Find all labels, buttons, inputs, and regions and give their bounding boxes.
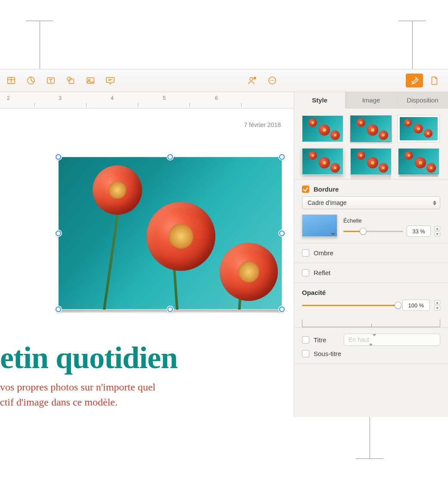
annotation-line-right (412, 21, 413, 71)
resize-handle-s[interactable] (168, 307, 173, 312)
image-content (58, 157, 282, 310)
resize-handle-se[interactable] (279, 307, 285, 312)
ruler-mark: 2 (7, 95, 10, 101)
reflection-section: Reflet (294, 263, 448, 283)
insert-comment-button[interactable] (102, 74, 119, 87)
document-headline[interactable]: etin quotidien (0, 340, 177, 376)
ruler: 2 3 4 5 6 (0, 92, 294, 108)
svg-point-15 (272, 80, 273, 81)
subtitle-label: Sous-titre (314, 350, 341, 357)
style-preset-none[interactable] (302, 115, 343, 142)
format-sidebar: Style Image Disposition (294, 92, 448, 417)
ruler-mark: 4 (111, 95, 114, 101)
document-canvas[interactable]: 7 février 2018 etin quotidien vos propre… (0, 108, 294, 417)
tab-layout[interactable]: Disposition (397, 92, 448, 108)
inspector-tabs: Style Image Disposition (294, 92, 448, 108)
chevron-updown-icon (369, 336, 376, 343)
document-date: 7 février 2018 (244, 121, 281, 128)
format-inspector-button[interactable] (406, 74, 423, 87)
collaborate-button[interactable] (244, 74, 261, 87)
opacity-section: Opacité 100 % (294, 283, 448, 317)
resize-handle-w[interactable] (56, 230, 61, 236)
insert-table-button[interactable] (3, 74, 20, 87)
shadow-checkbox[interactable] (302, 249, 309, 257)
style-preset-curl[interactable] (398, 148, 439, 175)
insert-chart-button[interactable] (22, 74, 40, 87)
shadow-section: Ombre (294, 243, 448, 263)
tab-style[interactable]: Style (294, 92, 345, 108)
resize-handle-n[interactable] (168, 154, 173, 160)
scale-slider[interactable] (343, 227, 403, 235)
style-preset-thin-border[interactable] (350, 115, 392, 142)
opacity-slider[interactable] (302, 301, 398, 310)
reflection-checkbox[interactable] (302, 269, 309, 276)
subtitle-checkbox[interactable] (302, 350, 309, 357)
opacity-stepper[interactable] (434, 300, 440, 310)
ruler-mark: 3 (59, 95, 62, 101)
svg-point-14 (270, 80, 271, 81)
image-style-presets (294, 108, 448, 180)
style-preset-reflection[interactable] (350, 148, 392, 175)
border-checkbox[interactable] (302, 186, 309, 193)
chevron-down-icon (331, 233, 335, 235)
svg-rect-5 (69, 79, 74, 84)
selected-image[interactable] (58, 157, 282, 310)
insert-media-button[interactable] (82, 74, 99, 87)
scale-stepper[interactable] (434, 226, 440, 236)
svg-point-16 (274, 80, 274, 81)
title-checkbox[interactable] (302, 336, 309, 344)
svg-point-11 (250, 77, 253, 81)
resize-handle-e[interactable] (279, 230, 285, 236)
resize-handle-sw[interactable] (56, 307, 61, 312)
document-inspector-button[interactable] (426, 74, 443, 87)
opacity-value-field[interactable]: 100 % (402, 300, 430, 311)
border-frame-preview[interactable] (302, 214, 337, 237)
scale-label: Échelle (343, 217, 440, 224)
style-preset-white-border[interactable] (398, 115, 439, 142)
toolbar (0, 69, 448, 92)
tab-image[interactable]: Image (345, 92, 397, 108)
ruler-mark: 5 (163, 95, 166, 101)
reflection-label: Reflet (314, 269, 330, 276)
opacity-label: Opacité (302, 289, 440, 296)
caption-section: Titre En haut Sous-titre (294, 327, 448, 364)
annotation-bracket (302, 319, 440, 327)
ruler-mark: 6 (215, 95, 218, 101)
insert-text-button[interactable] (42, 74, 59, 87)
chevron-updown-icon (432, 199, 437, 206)
scale-value-field[interactable]: 33 % (407, 226, 431, 237)
title-label: Titre (314, 336, 339, 344)
border-section: Bordure Cadre d'image Échelle (294, 180, 448, 243)
resize-handle-ne[interactable] (279, 154, 285, 160)
document-subhead[interactable]: vos propres photos sur n'importe quel ct… (0, 380, 277, 410)
shadow-label: Ombre (314, 249, 333, 257)
title-position-select[interactable]: En haut (344, 334, 440, 346)
more-button[interactable] (264, 74, 281, 87)
border-label: Bordure (314, 186, 339, 193)
style-preset-shadow[interactable] (302, 148, 343, 175)
insert-shape-button[interactable] (62, 74, 79, 87)
resize-handle-nw[interactable] (56, 154, 61, 160)
border-type-select[interactable]: Cadre d'image (302, 196, 440, 209)
